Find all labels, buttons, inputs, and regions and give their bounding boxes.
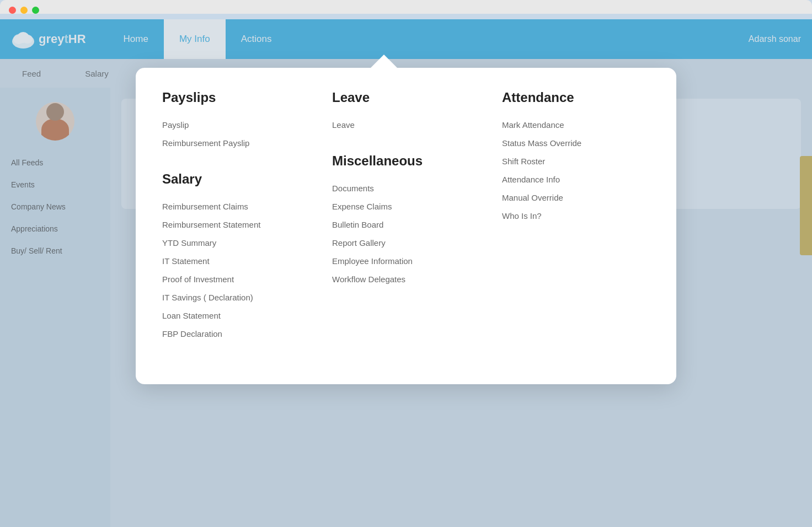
link-status-mass-override[interactable]: Status Mass Override: [502, 135, 650, 152]
link-proof-of-investment[interactable]: Proof of Investment: [162, 271, 310, 288]
link-manual-override[interactable]: Manual Override: [502, 189, 650, 206]
section-salary: Salary Reimbursement Claims Reimbursemen…: [162, 171, 310, 342]
maximize-button[interactable]: [32, 7, 39, 14]
app-container: greytHR Home My Info Actions Adarsh sona…: [0, 19, 812, 527]
section-miscellaneous: Miscellaneous Documents Expense Claims B…: [332, 153, 480, 288]
link-payslip[interactable]: Payslip: [162, 116, 310, 133]
browser-controls: [9, 7, 803, 14]
link-shift-roster[interactable]: Shift Roster: [502, 153, 650, 170]
salary-title: Salary: [162, 171, 310, 187]
section-attendance: Attendance Mark Attendance Status Mass O…: [502, 90, 650, 224]
misc-title: Miscellaneous: [332, 153, 480, 169]
link-who-is-in[interactable]: Who Is In?: [502, 207, 650, 224]
link-reimbursement-payslip[interactable]: Reimbursement Payslip: [162, 135, 310, 152]
dropdown-arrow: [370, 55, 398, 69]
link-documents[interactable]: Documents: [332, 180, 480, 197]
link-bulletin-board[interactable]: Bulletin Board: [332, 216, 480, 233]
link-ytd-summary[interactable]: YTD Summary: [162, 234, 310, 251]
link-report-gallery[interactable]: Report Gallery: [332, 234, 480, 251]
link-attendance-info[interactable]: Attendance Info: [502, 171, 650, 188]
payslips-items: Payslip Reimbursement Payslip: [162, 116, 310, 152]
leave-title: Leave: [332, 90, 480, 105]
payslips-title: Payslips: [162, 90, 310, 105]
section-payslips: Payslips Payslip Reimbursement Payslip: [162, 90, 310, 152]
link-mark-attendance[interactable]: Mark Attendance: [502, 116, 650, 133]
attendance-items: Mark Attendance Status Mass Override Shi…: [502, 116, 650, 224]
attendance-title: Attendance: [502, 90, 650, 105]
link-fbp-declaration[interactable]: FBP Declaration: [162, 325, 310, 342]
dropdown-columns: Payslips Payslip Reimbursement Payslip S…: [162, 90, 650, 362]
dropdown-col-2: Leave Leave Miscellaneous Documents Expe…: [332, 90, 480, 362]
dropdown-col-1: Payslips Payslip Reimbursement Payslip S…: [162, 90, 310, 362]
link-reimbursement-claims[interactable]: Reimbursement Claims: [162, 198, 310, 215]
leave-items: Leave: [332, 116, 480, 133]
misc-items: Documents Expense Claims Bulletin Board …: [332, 180, 480, 288]
link-employee-information[interactable]: Employee Information: [332, 252, 480, 270]
link-it-savings-declaration[interactable]: IT Savings ( Declaration): [162, 289, 310, 306]
salary-items: Reimbursement Claims Reimbursement State…: [162, 198, 310, 342]
browser-chrome: [0, 0, 812, 14]
link-loan-statement[interactable]: Loan Statement: [162, 307, 310, 324]
section-leave: Leave Leave: [332, 90, 480, 133]
close-button[interactable]: [9, 7, 16, 14]
link-leave[interactable]: Leave: [332, 116, 480, 133]
dropdown-menu: Payslips Payslip Reimbursement Payslip S…: [136, 68, 676, 384]
link-workflow-delegates[interactable]: Workflow Delegates: [332, 271, 480, 288]
minimize-button[interactable]: [20, 7, 28, 14]
dropdown-col-3: Attendance Mark Attendance Status Mass O…: [502, 90, 650, 362]
link-reimbursement-statement[interactable]: Reimbursement Statement: [162, 216, 310, 233]
link-expense-claims[interactable]: Expense Claims: [332, 198, 480, 215]
link-it-statement[interactable]: IT Statement: [162, 252, 310, 270]
